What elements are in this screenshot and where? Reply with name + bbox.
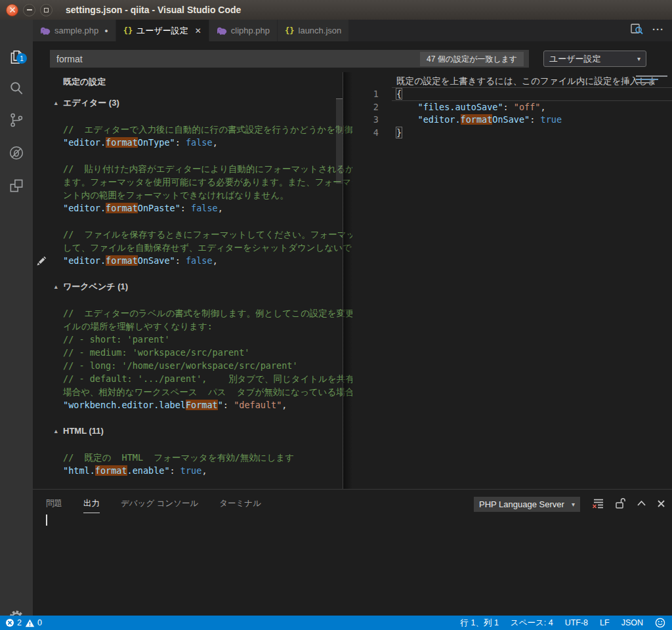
tab-ユーザー設定[interactable]: {}ユーザー設定✕ <box>116 20 209 41</box>
sidebar-item-debug[interactable] <box>8 144 25 161</box>
php-icon <box>40 26 51 35</box>
window-controls <box>6 4 52 16</box>
settings-line: ます。フォーマッタを使用可能にする必要があります。また、フォーマッタがドキュ <box>33 175 354 188</box>
settings-line: // - medium: 'workspace/src/parent' <box>33 346 354 359</box>
panel-tab-デバッグ コンソール[interactable]: デバッグ コンソール <box>121 498 198 513</box>
status-item[interactable]: UTF-8 <box>565 618 588 627</box>
settings-line: ▴ワークベンチ (1) <box>33 280 354 293</box>
settings-line: "editor.formatOnSave": false, <box>33 254 354 267</box>
error-count[interactable]: 2 <box>5 618 22 627</box>
maximize-panel-icon[interactable] <box>637 500 646 507</box>
extensions-icon <box>8 177 25 194</box>
title-bar: settings.json - qiita - Visual Studio Co… <box>0 0 672 20</box>
close-icon[interactable]: ✕ <box>195 26 201 35</box>
sidebar-item-extensions[interactable] <box>8 177 25 194</box>
chevron-down-icon: ▾ <box>637 55 640 62</box>
more-actions-icon[interactable]: ··· <box>652 24 664 35</box>
sidebar-item-search[interactable] <box>8 80 25 97</box>
match-count-badge: 47 個の設定が一致します <box>420 52 524 66</box>
status-item[interactable]: LF <box>600 618 610 627</box>
settings-line: // 貼り付けた内容がエディターにより自動的にフォーマットされるかどうかを <box>33 162 354 175</box>
smiley-icon[interactable] <box>655 618 665 628</box>
window-maximize-button[interactable] <box>40 4 52 16</box>
line-number: 2 <box>352 101 379 114</box>
settings-line: して、ファイルを自動保存せず、エディターをシャットダウンしないでください。 <box>33 241 354 254</box>
settings-line: ント内の範囲をフォーマットできなければなりません。 <box>33 188 354 201</box>
output-channel-label: PHP Language Server <box>479 499 564 509</box>
bottom-panel: 問題出力デバッグ コンソールターミナル PHP Language Server … <box>33 489 672 616</box>
settings-line: // - default: '.../parent', 別タブで、同じタイトルを… <box>33 372 354 385</box>
settings-line: "workbench.editor.labelFormat": "default… <box>33 398 354 411</box>
tab-label: sample.php <box>54 26 98 35</box>
status-bar: 2 0 行 1、列 1スペース: 4UTF-8LFJSON <box>0 616 672 630</box>
line-number: 4 <box>352 127 379 140</box>
default-settings-editor[interactable]: 既定の設定 ▴エディター (3) // エディターで入力後に自動的に行の書式設定… <box>33 72 354 489</box>
minimap[interactable] <box>636 75 670 85</box>
settings-line: // エディターで入力後に自動的に行の書式設定を行うかどうかを制御しま <box>33 123 354 136</box>
tab-launch.json[interactable]: {}launch.json <box>278 20 349 41</box>
warning-count[interactable]: 0 <box>25 618 42 627</box>
user-settings-editor[interactable]: 既定の設定を上書きするには、このファイル内に設定を挿入しま 1{2 "files… <box>352 72 672 489</box>
collapse-icon[interactable]: ▴ <box>54 425 58 438</box>
unlock-icon[interactable] <box>615 497 626 509</box>
tab-label: ユーザー設定 <box>136 25 188 37</box>
code-line: 3 "editor.formatOnSave": true <box>352 114 672 127</box>
settings-line <box>33 215 354 228</box>
clear-output-icon[interactable] <box>592 498 604 509</box>
output-channel-dropdown[interactable]: PHP Language Server ▾ <box>474 497 580 512</box>
pane-shadow <box>343 72 352 489</box>
scrollbar-thumb[interactable] <box>336 98 343 184</box>
window-title: settings.json - qiita - Visual Studio Co… <box>66 5 241 15</box>
open-preview-icon[interactable] <box>630 23 643 35</box>
vscode-window: settings.json - qiita - Visual Studio Co… <box>0 0 672 630</box>
settings-line: ▴HTML (11) <box>33 425 354 438</box>
tab-label: launch.json <box>299 26 342 35</box>
git-branch-icon <box>8 112 25 129</box>
activity-bar: 1 <box>0 20 33 616</box>
sidebar-item-source-control[interactable] <box>8 112 25 129</box>
settings-scope-dropdown[interactable]: ユーザー設定 ▾ <box>543 51 646 67</box>
debug-icon <box>8 144 25 161</box>
settings-search-header: 47 個の設定が一致します ユーザー設定 ▾ <box>33 41 672 72</box>
window-close-button[interactable] <box>6 4 18 16</box>
close-icon <box>9 7 16 13</box>
settings-line <box>33 149 354 162</box>
close-panel-icon[interactable] <box>657 499 665 508</box>
status-item[interactable]: JSON <box>621 618 643 627</box>
panel-tab-問題[interactable]: 問題 <box>46 498 62 513</box>
settings-line: // - short: 'parent' <box>33 333 354 346</box>
chevron-down-icon: ▾ <box>572 501 575 508</box>
line-number: 3 <box>352 114 379 127</box>
code-line: 2 "files.autoSave": "off", <box>352 101 672 114</box>
settings-line <box>33 411 354 425</box>
settings-line: "editor.formatOnPaste": false, <box>33 201 354 215</box>
settings-line: // ファイルを保存するときにフォーマットしてください。フォーマッタを使用可 <box>33 228 354 241</box>
settings-line <box>33 267 354 280</box>
collapse-icon[interactable]: ▴ <box>54 96 58 110</box>
code-line: 1{ <box>352 88 672 101</box>
window-minimize-button[interactable] <box>23 4 35 16</box>
settings-line: ▴エディター (3) <box>33 96 354 110</box>
json-icon: {} <box>123 26 133 35</box>
settings-line: イルの場所を理解しやすくなります: <box>33 320 354 333</box>
php-icon <box>217 26 227 35</box>
settings-line: "editor.formatOnType": false, <box>33 136 354 149</box>
edit-setting-pencil-icon[interactable] <box>35 255 47 269</box>
collapse-icon[interactable]: ▴ <box>54 280 58 293</box>
status-item[interactable]: 行 1、列 1 <box>461 618 499 629</box>
panel-tab-ターミナル[interactable]: ターミナル <box>219 498 261 513</box>
json-icon: {} <box>285 26 294 35</box>
settings-line <box>33 110 354 123</box>
minimize-icon <box>27 9 32 10</box>
tab-sample.php[interactable]: sample.php● <box>33 20 116 41</box>
settings-line: // - long: '/home/user/workspace/src/par… <box>33 359 354 372</box>
status-item[interactable]: スペース: 4 <box>511 618 553 629</box>
panel-tab-出力[interactable]: 出力 <box>83 498 100 513</box>
tab-cliphp.php[interactable]: cliphp.php <box>209 20 278 41</box>
settings-hint: 既定の設定を上書きするには、このファイル内に設定を挿入しま <box>396 75 660 87</box>
settings-line <box>33 438 354 451</box>
panel-tabs: 問題出力デバッグ コンソールターミナル <box>46 498 261 513</box>
line-number: 1 <box>352 88 379 101</box>
warning-icon <box>25 619 35 627</box>
scope-label: ユーザー設定 <box>549 53 601 65</box>
